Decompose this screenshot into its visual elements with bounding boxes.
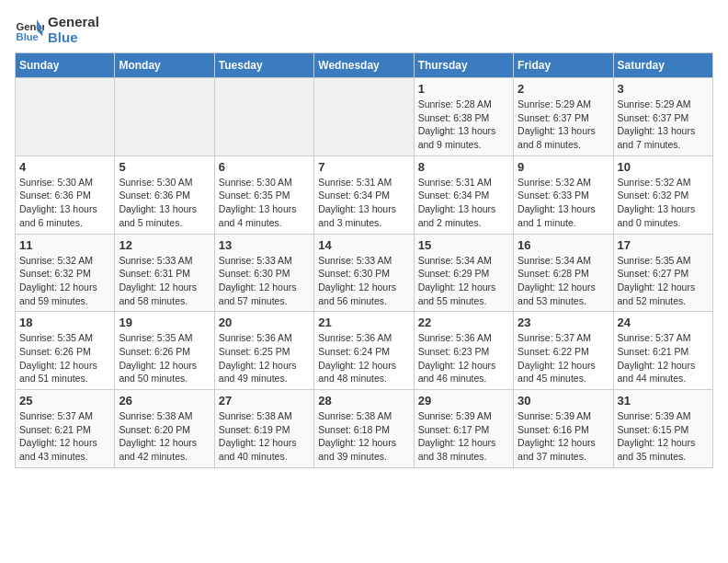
header-cell-monday: Monday [115, 53, 214, 78]
header-cell-wednesday: Wednesday [314, 53, 414, 78]
day-info: Sunrise: 5:37 AMSunset: 6:22 PMDaylight:… [518, 331, 609, 385]
calendar-cell: 15Sunrise: 5:34 AMSunset: 6:29 PMDayligh… [414, 234, 513, 312]
calendar-week-5: 25Sunrise: 5:37 AMSunset: 6:21 PMDayligh… [16, 390, 713, 468]
day-info: Sunrise: 5:34 AMSunset: 6:28 PMDaylight:… [518, 254, 609, 308]
calendar-cell: 3Sunrise: 5:29 AMSunset: 6:37 PMDaylight… [613, 78, 712, 156]
day-info: Sunrise: 5:37 AMSunset: 6:21 PMDaylight:… [19, 409, 110, 464]
day-info: Sunrise: 5:39 AMSunset: 6:17 PMDaylight:… [418, 409, 509, 464]
day-info: Sunrise: 5:34 AMSunset: 6:29 PMDaylight:… [418, 254, 509, 308]
calendar-cell [314, 78, 414, 156]
header-cell-thursday: Thursday [414, 53, 513, 78]
day-number: 5 [119, 160, 210, 174]
day-number: 26 [119, 394, 210, 408]
day-number: 15 [418, 238, 509, 252]
day-info: Sunrise: 5:32 AMSunset: 6:32 PMDaylight:… [19, 254, 110, 308]
calendar-cell: 16Sunrise: 5:34 AMSunset: 6:28 PMDayligh… [514, 234, 613, 312]
day-number: 10 [618, 160, 709, 174]
calendar-cell: 1Sunrise: 5:28 AMSunset: 6:38 PMDaylight… [414, 78, 513, 156]
day-number: 23 [518, 316, 609, 329]
calendar-cell [16, 78, 115, 156]
day-number: 4 [19, 160, 110, 174]
day-info: Sunrise: 5:33 AMSunset: 6:31 PMDaylight:… [119, 254, 210, 308]
day-number: 7 [318, 160, 409, 174]
calendar-cell [214, 78, 313, 156]
day-number: 21 [318, 316, 409, 329]
calendar-week-1: 1Sunrise: 5:28 AMSunset: 6:38 PMDaylight… [16, 78, 713, 156]
calendar-cell [115, 78, 214, 156]
day-number: 13 [219, 238, 310, 252]
calendar-cell: 20Sunrise: 5:36 AMSunset: 6:25 PMDayligh… [214, 312, 313, 390]
calendar-week-2: 4Sunrise: 5:30 AMSunset: 6:36 PMDaylight… [16, 155, 713, 234]
day-number: 27 [219, 394, 310, 408]
svg-text:Blue: Blue [17, 31, 39, 42]
day-number: 11 [19, 238, 110, 252]
header-cell-sunday: Sunday [16, 53, 115, 78]
day-info: Sunrise: 5:36 AMSunset: 6:24 PMDaylight:… [318, 331, 409, 385]
day-number: 1 [418, 82, 509, 96]
calendar-cell: 29Sunrise: 5:39 AMSunset: 6:17 PMDayligh… [414, 390, 513, 468]
calendar-cell: 10Sunrise: 5:32 AMSunset: 6:32 PMDayligh… [613, 155, 712, 234]
calendar-header: SundayMondayTuesdayWednesdayThursdayFrid… [16, 53, 713, 78]
logo-name2: Blue [48, 30, 99, 46]
day-info: Sunrise: 5:32 AMSunset: 6:32 PMDaylight:… [618, 176, 709, 230]
calendar-cell: 6Sunrise: 5:30 AMSunset: 6:35 PMDaylight… [214, 155, 313, 234]
day-info: Sunrise: 5:38 AMSunset: 6:18 PMDaylight:… [318, 409, 409, 464]
calendar-cell: 12Sunrise: 5:33 AMSunset: 6:31 PMDayligh… [115, 234, 214, 312]
calendar-cell: 9Sunrise: 5:32 AMSunset: 6:33 PMDaylight… [514, 155, 613, 234]
calendar-cell: 7Sunrise: 5:31 AMSunset: 6:34 PMDaylight… [314, 155, 414, 234]
day-number: 3 [618, 82, 709, 96]
logo: General Blue General Blue [15, 15, 99, 45]
day-info: Sunrise: 5:38 AMSunset: 6:19 PMDaylight:… [219, 409, 310, 464]
calendar-cell: 22Sunrise: 5:36 AMSunset: 6:23 PMDayligh… [414, 312, 513, 390]
calendar-cell: 8Sunrise: 5:31 AMSunset: 6:34 PMDaylight… [414, 155, 513, 234]
day-info: Sunrise: 5:39 AMSunset: 6:16 PMDaylight:… [518, 409, 609, 464]
calendar-cell: 17Sunrise: 5:35 AMSunset: 6:27 PMDayligh… [613, 234, 712, 312]
calendar-table: SundayMondayTuesdayWednesdayThursdayFrid… [15, 52, 713, 468]
day-info: Sunrise: 5:30 AMSunset: 6:36 PMDaylight:… [19, 176, 110, 230]
calendar-cell: 11Sunrise: 5:32 AMSunset: 6:32 PMDayligh… [16, 234, 115, 312]
calendar-cell: 28Sunrise: 5:38 AMSunset: 6:18 PMDayligh… [314, 390, 414, 468]
header-row: SundayMondayTuesdayWednesdayThursdayFrid… [16, 53, 713, 78]
calendar-cell: 23Sunrise: 5:37 AMSunset: 6:22 PMDayligh… [514, 312, 613, 390]
calendar-cell: 30Sunrise: 5:39 AMSunset: 6:16 PMDayligh… [514, 390, 613, 468]
logo-name: General [48, 15, 99, 30]
day-info: Sunrise: 5:32 AMSunset: 6:33 PMDaylight:… [518, 176, 609, 230]
header-cell-tuesday: Tuesday [214, 53, 313, 78]
day-number: 16 [518, 238, 609, 252]
day-number: 30 [518, 394, 609, 408]
day-number: 8 [418, 160, 509, 174]
day-info: Sunrise: 5:31 AMSunset: 6:34 PMDaylight:… [418, 176, 509, 230]
logo-icon: General Blue [15, 16, 44, 45]
day-number: 18 [19, 316, 110, 329]
day-info: Sunrise: 5:38 AMSunset: 6:20 PMDaylight:… [119, 409, 210, 464]
calendar-cell: 14Sunrise: 5:33 AMSunset: 6:30 PMDayligh… [314, 234, 414, 312]
day-number: 19 [119, 316, 210, 329]
day-number: 29 [418, 394, 509, 408]
header-cell-friday: Friday [514, 53, 613, 78]
day-info: Sunrise: 5:33 AMSunset: 6:30 PMDaylight:… [318, 254, 409, 308]
calendar-cell: 5Sunrise: 5:30 AMSunset: 6:36 PMDaylight… [115, 155, 214, 234]
calendar-cell: 2Sunrise: 5:29 AMSunset: 6:37 PMDaylight… [514, 78, 613, 156]
day-number: 12 [119, 238, 210, 252]
header-cell-saturday: Saturday [613, 53, 712, 78]
calendar-body: 1Sunrise: 5:28 AMSunset: 6:38 PMDaylight… [16, 78, 713, 468]
day-info: Sunrise: 5:39 AMSunset: 6:15 PMDaylight:… [618, 409, 709, 464]
day-number: 31 [618, 394, 709, 408]
day-number: 17 [618, 238, 709, 252]
calendar-week-4: 18Sunrise: 5:35 AMSunset: 6:26 PMDayligh… [16, 312, 713, 390]
calendar-cell: 24Sunrise: 5:37 AMSunset: 6:21 PMDayligh… [613, 312, 712, 390]
calendar-cell: 21Sunrise: 5:36 AMSunset: 6:24 PMDayligh… [314, 312, 414, 390]
day-info: Sunrise: 5:36 AMSunset: 6:25 PMDaylight:… [219, 331, 310, 385]
calendar-cell: 19Sunrise: 5:35 AMSunset: 6:26 PMDayligh… [115, 312, 214, 390]
calendar-cell: 13Sunrise: 5:33 AMSunset: 6:30 PMDayligh… [214, 234, 313, 312]
day-info: Sunrise: 5:33 AMSunset: 6:30 PMDaylight:… [219, 254, 310, 308]
day-info: Sunrise: 5:28 AMSunset: 6:38 PMDaylight:… [418, 98, 509, 152]
day-number: 28 [318, 394, 409, 408]
day-number: 24 [618, 316, 709, 329]
day-number: 25 [19, 394, 110, 408]
calendar-cell: 27Sunrise: 5:38 AMSunset: 6:19 PMDayligh… [214, 390, 313, 468]
day-number: 9 [518, 160, 609, 174]
day-info: Sunrise: 5:30 AMSunset: 6:36 PMDaylight:… [119, 176, 210, 230]
day-info: Sunrise: 5:29 AMSunset: 6:37 PMDaylight:… [618, 98, 709, 152]
day-info: Sunrise: 5:35 AMSunset: 6:27 PMDaylight:… [618, 254, 709, 308]
